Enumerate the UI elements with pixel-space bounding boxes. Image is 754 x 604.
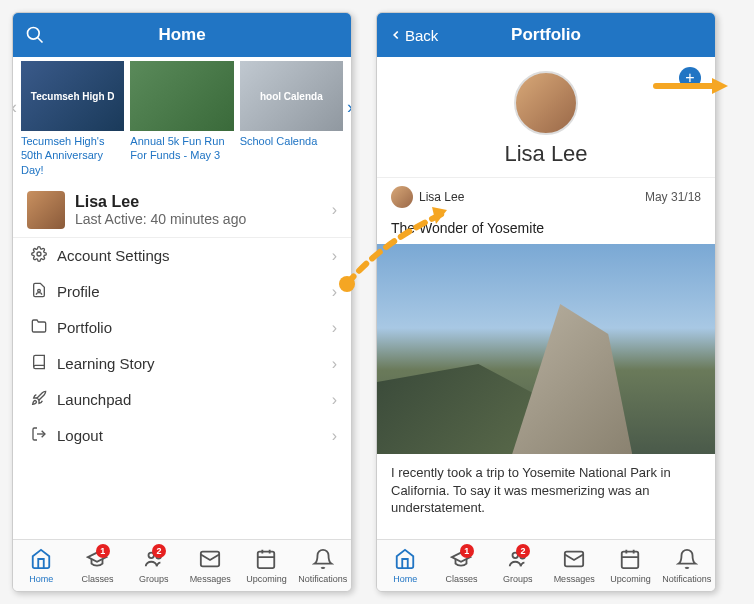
- chevron-right-icon: ›: [332, 355, 337, 373]
- news-card[interactable]: hool Calenda School Calenda: [240, 61, 343, 148]
- search-icon: [25, 25, 45, 45]
- book-icon: [31, 354, 47, 373]
- svg-rect-15: [622, 551, 639, 568]
- menu-item-label: Profile: [57, 283, 100, 300]
- post-body: I recently took a trip to Yosemite Natio…: [377, 454, 715, 527]
- home-icon: [394, 548, 416, 574]
- portfolio-header: Back Portfolio: [377, 13, 715, 57]
- post-author-avatar: [391, 186, 413, 208]
- menu-item-account-settings[interactable]: Account Settings›: [13, 238, 351, 274]
- tab-groups[interactable]: Groups2: [126, 540, 182, 591]
- news-carousel: ‹ Tecumseh High D Tecumseh High's 50th A…: [13, 57, 351, 183]
- post-header: Lisa Lee May 31/18: [377, 178, 715, 216]
- back-button[interactable]: Back: [389, 27, 438, 44]
- news-card-caption[interactable]: Tecumseh High's 50th Anniversary Day!: [21, 134, 124, 177]
- post-image: [377, 244, 715, 454]
- tab-label: Notifications: [662, 574, 711, 584]
- menu-item-label: Portfolio: [57, 319, 112, 336]
- menu-item-logout[interactable]: Logout›: [13, 418, 351, 454]
- chevron-left-icon: [389, 28, 403, 42]
- profile-row[interactable]: Lisa Lee Last Active: 40 minutes ago ›: [13, 183, 351, 238]
- tab-groups[interactable]: Groups2: [490, 540, 546, 591]
- upcoming-icon: [619, 548, 641, 574]
- portfolio-screen: Back Portfolio + Lisa Lee Lisa Lee May 3…: [376, 12, 716, 592]
- chevron-right-icon: ›: [332, 247, 337, 265]
- tab-messages[interactable]: Messages: [546, 540, 602, 591]
- profile-name: Lisa Lee: [75, 193, 246, 211]
- svg-line-1: [38, 38, 43, 43]
- tab-badge: 2: [152, 544, 166, 558]
- tab-label: Home: [29, 574, 53, 584]
- tab-label: Notifications: [298, 574, 347, 584]
- carousel-next[interactable]: ›: [347, 97, 351, 118]
- tab-bar: HomeClasses1Groups2MessagesUpcomingNotif…: [377, 539, 715, 591]
- rocket-icon: [31, 390, 47, 409]
- carousel-prev[interactable]: ‹: [13, 97, 17, 118]
- menu-item-profile[interactable]: Profile›: [13, 274, 351, 310]
- svg-point-0: [28, 28, 40, 40]
- post-author-name: Lisa Lee: [419, 190, 464, 204]
- tab-badge: 1: [460, 544, 474, 558]
- menu-item-portfolio[interactable]: Portfolio›: [13, 310, 351, 346]
- tab-upcoming[interactable]: Upcoming: [238, 540, 294, 591]
- avatar: [514, 71, 578, 135]
- tab-label: Classes: [81, 574, 113, 584]
- chevron-right-icon: ›: [332, 391, 337, 409]
- post-date: May 31/18: [645, 190, 701, 204]
- tab-notifications[interactable]: Notifications: [295, 540, 351, 591]
- news-card-image: Tecumseh High D: [21, 61, 124, 131]
- profile-doc-icon: [31, 282, 47, 301]
- portfolio-user-header: + Lisa Lee: [377, 57, 715, 178]
- tab-bar: HomeClasses1Groups2MessagesUpcomingNotif…: [13, 539, 351, 591]
- tab-messages[interactable]: Messages: [182, 540, 238, 591]
- svg-point-3: [38, 290, 41, 293]
- page-title: Home: [158, 25, 205, 45]
- news-card-caption[interactable]: Annual 5k Fun Run For Funds - May 3: [130, 134, 233, 163]
- news-card-caption[interactable]: School Calenda: [240, 134, 343, 148]
- home-header: Home: [13, 13, 351, 57]
- tab-label: Messages: [554, 574, 595, 584]
- news-card[interactable]: Annual 5k Fun Run For Funds - May 3: [130, 61, 233, 163]
- chevron-right-icon: ›: [332, 319, 337, 337]
- tab-label: Messages: [190, 574, 231, 584]
- logout-icon: [31, 426, 47, 445]
- news-card-image: hool Calenda: [240, 61, 343, 131]
- tab-classes[interactable]: Classes1: [433, 540, 489, 591]
- tab-label: Home: [393, 574, 417, 584]
- home-screen: Home ‹ Tecumseh High D Tecumseh High's 5…: [12, 12, 352, 592]
- tab-upcoming[interactable]: Upcoming: [602, 540, 658, 591]
- tab-home[interactable]: Home: [13, 540, 69, 591]
- search-button[interactable]: [25, 25, 45, 45]
- tab-badge: 2: [516, 544, 530, 558]
- menu-item-label: Launchpad: [57, 391, 131, 408]
- menu-item-label: Learning Story: [57, 355, 155, 372]
- tab-label: Classes: [445, 574, 477, 584]
- avatar: [27, 191, 65, 229]
- tab-badge: 1: [96, 544, 110, 558]
- menu-item-learning-story[interactable]: Learning Story›: [13, 346, 351, 382]
- svg-rect-8: [258, 551, 275, 568]
- chevron-right-icon: ›: [332, 201, 337, 219]
- tab-notifications[interactable]: Notifications: [659, 540, 715, 591]
- chevron-right-icon: ›: [332, 283, 337, 301]
- messages-icon: [563, 548, 585, 574]
- home-icon: [30, 548, 52, 574]
- chevron-right-icon: ›: [332, 427, 337, 445]
- page-title: Portfolio: [511, 25, 581, 45]
- svg-point-2: [37, 252, 41, 256]
- tab-classes[interactable]: Classes1: [69, 540, 125, 591]
- news-card[interactable]: Tecumseh High D Tecumseh High's 50th Ann…: [21, 61, 124, 177]
- folder-icon: [31, 318, 47, 337]
- tab-home[interactable]: Home: [377, 540, 433, 591]
- menu-item-launchpad[interactable]: Launchpad›: [13, 382, 351, 418]
- menu-item-label: Logout: [57, 427, 103, 444]
- news-card-image: [130, 61, 233, 131]
- tab-label: Upcoming: [610, 574, 651, 584]
- add-button[interactable]: +: [679, 67, 701, 89]
- post-title: The Wonder of Yosemite: [377, 216, 715, 244]
- menu-item-label: Account Settings: [57, 247, 170, 264]
- gear-icon: [31, 246, 47, 265]
- back-label: Back: [405, 27, 438, 44]
- notifications-icon: [676, 548, 698, 574]
- plus-icon: +: [685, 69, 694, 87]
